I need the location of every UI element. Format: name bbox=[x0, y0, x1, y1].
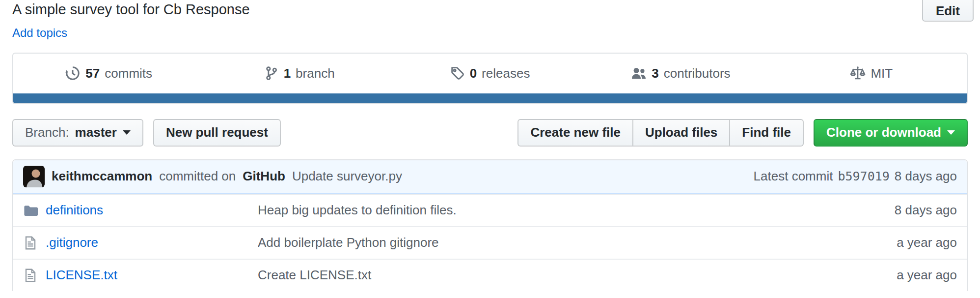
file-link-gitignore[interactable]: .gitignore bbox=[46, 235, 98, 250]
file-commit-message[interactable]: Heap big updates to definition files. bbox=[258, 203, 885, 218]
stat-branches[interactable]: 1 branch bbox=[204, 66, 394, 81]
branch-name: master bbox=[75, 125, 117, 140]
commits-label: commits bbox=[105, 66, 152, 81]
commit-message-link[interactable]: Update surveyor.py bbox=[292, 169, 402, 184]
folder-icon bbox=[23, 203, 46, 218]
create-new-file-button[interactable]: Create new file bbox=[517, 119, 633, 147]
stat-license[interactable]: MIT bbox=[776, 65, 967, 81]
commit-via-text: GitHub bbox=[243, 169, 285, 184]
upload-files-button[interactable]: Upload files bbox=[632, 119, 730, 147]
releases-count: 0 bbox=[470, 66, 477, 81]
releases-label: releases bbox=[482, 66, 530, 81]
find-file-button[interactable]: Find file bbox=[729, 119, 804, 147]
stat-commits[interactable]: 57 commits bbox=[13, 65, 204, 81]
table-row: LICENSE.txt Create LICENSE.txt a year ag… bbox=[13, 259, 967, 291]
repo-page: A simple survey tool for Cb Response Edi… bbox=[0, 1, 980, 291]
contributors-count: 3 bbox=[652, 66, 658, 81]
clone-or-download-button[interactable]: Clone or download bbox=[814, 119, 968, 147]
language-bar-python[interactable] bbox=[13, 93, 967, 103]
repo-stats-row: 57 commits 1 branch bbox=[13, 54, 967, 93]
file-commit-time: 8 days ago bbox=[895, 203, 957, 218]
file-icon bbox=[23, 236, 46, 250]
file-link-definitions[interactable]: definitions bbox=[46, 203, 103, 217]
file-icon bbox=[23, 268, 46, 283]
file-commit-time: a year ago bbox=[897, 268, 957, 283]
commit-action-text: committed on bbox=[159, 169, 236, 184]
latest-commit-label: Latest commit bbox=[754, 169, 833, 184]
table-row: .gitignore Add boilerplate Python gitign… bbox=[13, 226, 967, 259]
commit-sha-link[interactable]: b597019 bbox=[838, 169, 889, 183]
branches-label: branch bbox=[296, 66, 335, 81]
repo-description: A simple survey tool for Cb Response bbox=[12, 1, 968, 18]
chevron-down-icon bbox=[947, 130, 955, 135]
file-commit-time: a year ago bbox=[897, 235, 957, 250]
tag-icon bbox=[450, 66, 465, 81]
file-commit-message[interactable]: Add boilerplate Python gitignore bbox=[258, 235, 887, 250]
law-icon bbox=[850, 65, 866, 81]
new-pull-request-button[interactable]: New pull request bbox=[153, 119, 281, 147]
stat-contributors[interactable]: 3 contributors bbox=[585, 65, 776, 81]
branches-count: 1 bbox=[284, 66, 291, 81]
file-link-license[interactable]: LICENSE.txt bbox=[46, 268, 117, 282]
people-icon bbox=[631, 65, 647, 81]
history-icon bbox=[65, 65, 81, 81]
file-actions-group: Create new file Upload files Find file bbox=[517, 119, 804, 147]
latest-commit-bar: keithmccammon committed on GitHub Update… bbox=[13, 160, 967, 194]
repo-stats-box: 57 commits 1 branch bbox=[12, 53, 968, 104]
contributors-label: contributors bbox=[664, 66, 731, 81]
branch-select-button[interactable]: Branch: master bbox=[12, 119, 143, 147]
chevron-down-icon bbox=[123, 130, 131, 135]
clone-or-download-label: Clone or download bbox=[826, 125, 941, 140]
git-branch-icon bbox=[264, 66, 279, 81]
table-row: definitions Heap big updates to definiti… bbox=[13, 194, 967, 226]
add-topics-link[interactable]: Add topics bbox=[12, 26, 67, 40]
files-box: keithmccammon committed on GitHub Update… bbox=[12, 159, 968, 291]
license-label: MIT bbox=[871, 66, 893, 81]
stat-releases[interactable]: 0 releases bbox=[395, 66, 585, 81]
latest-commit-meta: Latest commit b597019 8 days ago bbox=[754, 169, 957, 184]
avatar[interactable] bbox=[23, 166, 45, 187]
commits-count: 57 bbox=[85, 66, 100, 81]
file-navigation-toolbar: Branch: master New pull request Create n… bbox=[12, 119, 968, 147]
commit-author-link[interactable]: keithmccammon bbox=[52, 169, 152, 184]
branch-label: Branch: bbox=[25, 125, 69, 140]
edit-button[interactable]: Edit bbox=[922, 0, 974, 22]
file-commit-message[interactable]: Create LICENSE.txt bbox=[258, 268, 887, 283]
commit-time: 8 days ago bbox=[895, 169, 957, 184]
